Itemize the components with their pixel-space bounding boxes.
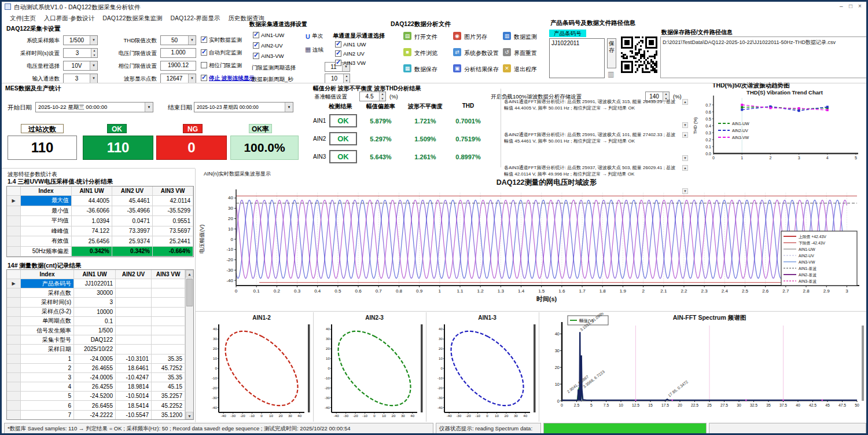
ctrl1-spinner[interactable]: 4.5▲▼ [359, 92, 386, 101]
save-path-box[interactable]: D:\2021\TestData\DAQ122-2025-10-22\JJ102… [660, 36, 867, 78]
svg-text:40: 40 [297, 414, 301, 418]
table-row[interactable]: 626.645518.541445.2252 [7, 401, 193, 410]
table-row[interactable]: 采样点(3-2)10000 [7, 308, 193, 317]
continuous-button[interactable]: ▦ 连续 [305, 46, 323, 54]
table-row[interactable]: 1-24.0005-10.310135.35 [7, 354, 193, 364]
table-row[interactable]: ▶产品条码号JJ1022011 [7, 279, 193, 288]
table-scrollbar[interactable]: ▲▼ [185, 270, 193, 419]
table2-title: 14# 测量数据(cnt)记录结果 [8, 262, 81, 270]
barcode-save-button[interactable]: 保存 [607, 38, 616, 68]
start-date-picker[interactable]: 2025-10-22 星期三 00:00:00 ▼ [35, 102, 153, 112]
table-row[interactable]: 50Hz频率偏差0.342%0.342%-0.664% [7, 247, 193, 257]
menu-item-1[interactable]: 入口界面·参数设计 [44, 14, 95, 23]
file-action-save-result[interactable]: ▣分析结果保存 [453, 63, 506, 76]
acq-channel-checkbox-2[interactable]: AIN2-UV [253, 42, 282, 49]
file-action-save-data[interactable]: ▦数据保存 [403, 63, 457, 76]
setting-combo[interactable]: 1/500▼ [63, 35, 98, 45]
setting-checkbox[interactable]: 实时数据监测 [201, 36, 242, 44]
grid-cell: 6 [21, 401, 74, 410]
close-button[interactable]: × [858, 3, 862, 9]
display-channel-checkbox-2[interactable]: AIN2 UV [335, 50, 365, 57]
barcode-input[interactable]: JJ1022011 [549, 38, 605, 78]
setting-checkbox[interactable]: 自动判定监测 [201, 49, 242, 57]
menu-item-0[interactable]: 文件|主页 [10, 14, 36, 23]
setting-combo[interactable]: 50▼ [160, 35, 196, 45]
scroll-down-icon[interactable]: ▼ [682, 122, 688, 128]
grid-cell: 采样点数 [21, 288, 74, 298]
setting-combo[interactable]: 12647▼ [160, 74, 196, 83]
lissajous-chart-1: AIN1-2-40-40-30-30-20-20-10-100010102020… [201, 313, 312, 422]
single-shot-button[interactable]: ∪ 单次 [305, 32, 323, 41]
file-action-browse-file[interactable]: ■文件浏览 [403, 47, 457, 60]
file-action-reset-ui[interactable]: ↺界面重置 [503, 47, 556, 60]
file-action-open-file[interactable]: ▤打开文件 [403, 31, 457, 43]
table-row[interactable]: 峰峰值74.12273.399773.5697 [7, 226, 193, 237]
setting-spinner[interactable]: 3▲▼ [63, 48, 98, 58]
table-row[interactable]: 采样日期2025/10/22 [7, 345, 193, 354]
calendar-dropdown-icon[interactable]: ▼ [285, 103, 293, 112]
minimize-button[interactable]: – [840, 3, 843, 9]
setting-combo[interactable]: 10V▼ [63, 61, 98, 71]
setting-combo[interactable]: 3▼ [63, 74, 98, 83]
grid-cell: 采集卡型号 [21, 335, 74, 345]
maximize-button[interactable]: □ [849, 3, 852, 9]
open-file-icon: ▤ [403, 32, 411, 40]
setting-input[interactable]: 1.000 [160, 48, 196, 58]
scroll-down-icon[interactable]: ▼ [186, 412, 193, 419]
file-action-save-image[interactable]: ◉图片另存 [453, 31, 506, 43]
exit-icon: ✕ [503, 64, 511, 72]
table-row[interactable]: 信号发生频率1/500 [7, 326, 193, 335]
setting-checkbox[interactable]: 停止 波形连续显示 [201, 75, 255, 82]
table-row[interactable]: 采样时间(s)3 [7, 298, 193, 307]
grid-cell [152, 288, 185, 298]
grid-cell [7, 382, 21, 392]
table-row[interactable]: 采样点数30000 [7, 288, 193, 298]
scroll-down-icon[interactable]: ▼ [682, 155, 688, 161]
svg-text:THD(S) Vibration Trend Chart: THD(S) Vibration Trend Chart [746, 89, 823, 96]
scroll-up-icon[interactable]: ▲ [186, 270, 193, 277]
scroll-up-icon[interactable]: ▲ [682, 132, 688, 138]
table-row[interactable]: 7-24.2222-10.554735.1200 [7, 411, 193, 420]
table-row[interactable]: 3-24.0005-10.424735.35 [7, 373, 193, 382]
acq-channel-checkbox-3[interactable]: AIN3-VW [253, 53, 284, 59]
scroll-thumb[interactable] [186, 279, 193, 306]
calendar-dropdown-icon[interactable]: ▼ [145, 103, 153, 112]
file-action-monitor-data[interactable]: ▥数据监测 [503, 31, 556, 43]
end-date-picker[interactable]: 2025-10-23 星期四 00:00:00 ▼ [194, 102, 293, 112]
menu-item-2[interactable]: DAQ122数据采集监测 [102, 14, 162, 23]
table-row[interactable]: 采集卡型号DAQ122 [7, 335, 193, 345]
file-action-exit[interactable]: ✕退出程序 [503, 63, 556, 76]
thd-value-0-2: 0.7001% [445, 118, 491, 125]
printer-icon[interactable]: ▥ [608, 70, 614, 78]
table-row[interactable]: 最小值-36.6066-35.4966-35.5299 [7, 206, 193, 217]
grid-cell [116, 317, 152, 326]
thd-header-0: 检测结果 [317, 103, 363, 111]
start-date-value: 2025-10-22 星期三 00:00:00 [38, 104, 107, 111]
grid-cell: 18.5414 [116, 401, 152, 410]
grid-cell: 单周期点数 [21, 317, 74, 326]
menu-item-3[interactable]: DAQ122-界面显示 [171, 14, 220, 23]
grid-header-row: IndexAIN1 UWAIN2 UVAIN3 VW [7, 187, 193, 196]
grid-cell: 10000 [74, 308, 116, 317]
grid-cell [116, 308, 152, 317]
table-row[interactable]: 5-24.5200-10.501435.2257 [7, 392, 193, 401]
display-channel-checkbox-1[interactable]: AIN1 UW [335, 41, 366, 47]
thd-header-2: 波形不平衡度 [402, 103, 448, 111]
table-row[interactable]: ▶最大值44.400545.446142.0114 [7, 196, 193, 206]
table-row[interactable]: 426.425518.981445.15 [7, 382, 193, 392]
barcode-save-label: 保存 [609, 40, 615, 53]
ctrl1-unit: (%) [389, 93, 398, 100]
display-channel-checkbox-3[interactable]: AIN3 VW [335, 60, 366, 66]
table-row[interactable]: 平均值1.03940.04710.9551 [7, 216, 193, 226]
table-row[interactable]: 226.465518.646145.7252 [7, 364, 193, 373]
setting-input[interactable]: 1900.12 [160, 61, 196, 71]
setting-checkbox[interactable]: 相位门限监测 [201, 62, 242, 70]
acq-channel-checkbox-1[interactable]: AIN1-UW [253, 32, 284, 38]
scroll-up-icon[interactable]: ▲ [682, 99, 688, 105]
table-row[interactable]: 单周期点数0.1 [7, 317, 193, 326]
file-action-system-params[interactable]: ⇄系统参数设置 [453, 47, 506, 60]
svg-text:1.4: 1.4 [518, 288, 525, 294]
refresh-spinner[interactable]: 10▲▼ [325, 74, 350, 83]
mes-title: MES数据及生产统计 [5, 85, 61, 93]
table-row[interactable]: 有效值25.645625.937425.2441 [7, 236, 193, 247]
